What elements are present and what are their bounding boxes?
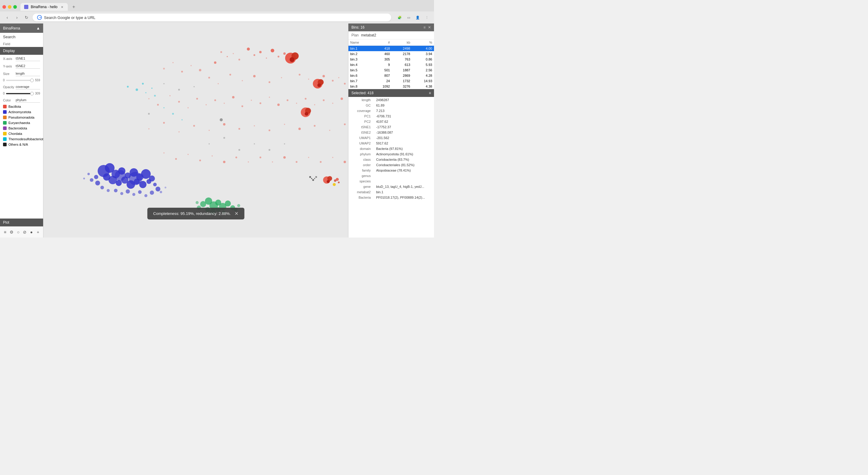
close-button[interactable] bbox=[2, 5, 6, 9]
settings-toolbar-icon[interactable]: ⚙ bbox=[8, 229, 15, 236]
svg-point-142 bbox=[164, 186, 166, 189]
svg-point-70 bbox=[269, 129, 270, 131]
bin-count: 1092 bbox=[371, 84, 392, 89]
back-button[interactable]: ‹ bbox=[4, 14, 11, 21]
svg-point-137 bbox=[115, 170, 126, 181]
legend-dot bbox=[3, 105, 7, 108]
legend-label: Chordata bbox=[8, 132, 22, 135]
svg-point-88 bbox=[163, 152, 164, 154]
opacity-slider[interactable] bbox=[6, 93, 34, 94]
reload-button[interactable]: ↻ bbox=[23, 14, 30, 21]
svg-point-1 bbox=[220, 51, 222, 53]
opacity-value[interactable]: coverage bbox=[16, 84, 40, 90]
size-slider[interactable] bbox=[6, 80, 34, 81]
maximize-button[interactable] bbox=[13, 5, 17, 9]
svg-point-129 bbox=[107, 189, 110, 192]
scatter-plot[interactable] bbox=[43, 24, 348, 238]
y-axis-row: Y-axis tSNE2 bbox=[0, 62, 43, 70]
svg-point-74 bbox=[329, 130, 330, 131]
table-row[interactable]: bin.7 24 1732 14.93 bbox=[348, 78, 434, 84]
table-row[interactable]: bin.4 9 613 5.93 bbox=[348, 62, 434, 67]
selected-menu-icon[interactable]: ≡ bbox=[429, 91, 431, 95]
tooltip-close-button[interactable]: ✕ bbox=[235, 211, 239, 216]
plus-toolbar-icon[interactable]: + bbox=[35, 229, 41, 236]
dot-toolbar-icon[interactable]: ● bbox=[28, 229, 35, 236]
size-value[interactable]: length bbox=[16, 71, 40, 76]
active-tab[interactable]: BinaRena - hello ✕ bbox=[21, 3, 68, 11]
stats-container[interactable]: length 2498287 GC 61.89 coverage 7.213 P… bbox=[348, 97, 434, 238]
tooltip-box: Completeness: 95.19%, redundancy: 2.88%.… bbox=[147, 208, 244, 219]
svg-point-37 bbox=[148, 98, 150, 99]
circle-toolbar-icon[interactable]: ○ bbox=[15, 229, 22, 236]
svg-point-83 bbox=[327, 180, 330, 183]
svg-point-68 bbox=[239, 128, 240, 130]
bin-kb: 2498 bbox=[392, 46, 412, 52]
bin-kb: 3276 bbox=[392, 84, 412, 89]
svg-point-27 bbox=[308, 78, 309, 80]
extensions-icon[interactable]: 🧩 bbox=[396, 14, 403, 21]
bins-table-container[interactable]: Name # kb % bin.1 418 2498 4.00 bin.2 46… bbox=[348, 39, 434, 89]
search-label: Search bbox=[3, 35, 40, 39]
svg-point-62 bbox=[148, 128, 150, 129]
svg-point-117 bbox=[116, 180, 122, 186]
minimize-button[interactable] bbox=[8, 5, 11, 9]
table-row[interactable]: bin.5 501 1887 2.56 bbox=[348, 67, 434, 73]
bin-kb: 1732 bbox=[392, 78, 412, 84]
svg-point-103 bbox=[344, 161, 346, 163]
bin-kb: 763 bbox=[392, 57, 412, 62]
cancel-toolbar-icon[interactable]: ⊘ bbox=[22, 229, 28, 236]
y-axis-value[interactable]: tSNE2 bbox=[16, 64, 40, 69]
svg-point-133 bbox=[132, 193, 135, 196]
bins-panel-header: Bins: 16 ≡ ✕ bbox=[348, 24, 434, 31]
svg-point-174 bbox=[314, 178, 315, 179]
bin-count: 807 bbox=[371, 73, 392, 78]
stat-label: gene bbox=[349, 184, 373, 189]
bins-menu-icon[interactable]: ≡ bbox=[424, 25, 426, 30]
stat-label: species bbox=[349, 179, 373, 183]
forward-button[interactable]: › bbox=[13, 14, 21, 21]
bins-close-icon[interactable]: ✕ bbox=[428, 25, 431, 30]
table-row[interactable]: bin.3 305 763 0.86 bbox=[348, 57, 434, 62]
x-axis-row: X-axis tSNE1 bbox=[0, 55, 43, 62]
svg-point-21 bbox=[229, 74, 231, 75]
menu-toolbar-icon[interactable]: ≡ bbox=[2, 229, 8, 236]
svg-point-55 bbox=[314, 104, 315, 105]
svg-point-176 bbox=[142, 83, 144, 84]
panel-collapse-icon[interactable]: ▲ bbox=[36, 26, 40, 30]
stat-value: 2498287 bbox=[374, 98, 433, 102]
svg-point-125 bbox=[95, 181, 100, 185]
table-row[interactable]: bin.8 1092 3276 4.38 bbox=[348, 84, 434, 89]
address-bar[interactable]: Search Google or type a URL bbox=[33, 13, 391, 21]
table-row[interactable]: bin.1 418 2498 4.00 bbox=[348, 46, 434, 52]
svg-point-164 bbox=[254, 143, 255, 144]
x-axis-value[interactable]: tSNE1 bbox=[16, 56, 40, 61]
svg-point-135 bbox=[144, 194, 147, 197]
svg-point-57 bbox=[332, 103, 333, 104]
svg-point-178 bbox=[135, 89, 138, 91]
svg-point-44 bbox=[214, 99, 216, 101]
plan-value[interactable]: metabat2 bbox=[361, 33, 376, 37]
canvas-area: Completeness: 95.19%, redundancy: 2.88%.… bbox=[43, 24, 348, 238]
tab-close-button[interactable]: ✕ bbox=[60, 5, 64, 9]
sidebar-icon[interactable]: ▭ bbox=[405, 14, 412, 21]
svg-point-180 bbox=[145, 92, 147, 93]
menu-icon[interactable]: ⋮ bbox=[423, 14, 430, 21]
svg-point-67 bbox=[223, 123, 225, 126]
svg-point-49 bbox=[259, 102, 261, 104]
color-value[interactable]: phylum bbox=[16, 98, 40, 103]
svg-point-85 bbox=[336, 178, 339, 181]
list-item: Bacteria PF01018.17(2), PF00889.14(2)... bbox=[349, 195, 433, 200]
col-count: # bbox=[371, 39, 392, 46]
stat-value: -16388.087 bbox=[374, 130, 433, 135]
new-tab-button[interactable]: + bbox=[70, 3, 78, 10]
table-row[interactable]: bin.6 807 2869 4.28 bbox=[348, 73, 434, 78]
svg-point-64 bbox=[179, 131, 180, 132]
profile-icon[interactable]: 👤 bbox=[414, 14, 421, 21]
list-item: phylum Actinomycetota (91.61%) bbox=[349, 152, 433, 157]
field-row: Field bbox=[0, 41, 43, 47]
svg-point-26 bbox=[299, 74, 301, 75]
table-row[interactable]: bin.2 460 2178 3.94 bbox=[348, 51, 434, 57]
svg-point-122 bbox=[147, 179, 151, 184]
svg-point-136 bbox=[150, 191, 154, 195]
svg-point-139 bbox=[87, 173, 90, 175]
